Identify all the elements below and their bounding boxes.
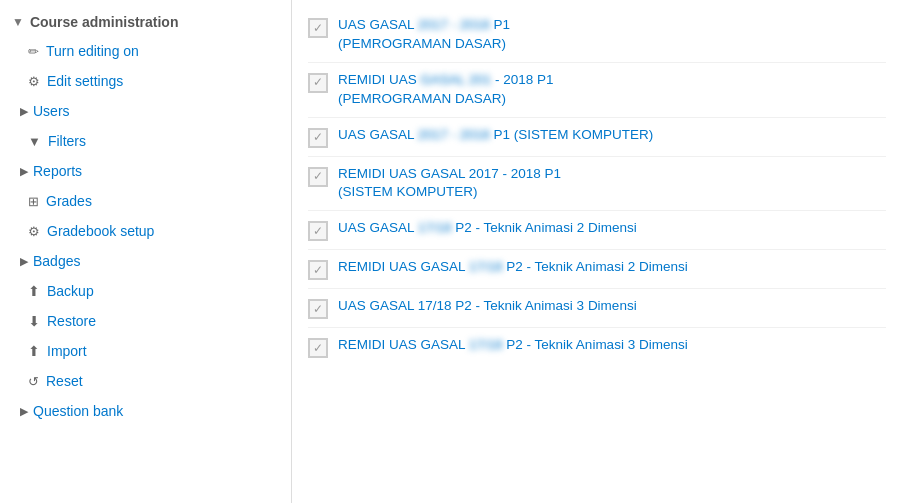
pencil-icon: ✏	[28, 44, 39, 59]
sidebar-item-label: Turn editing on	[46, 43, 139, 59]
item-text: UAS GASAL 17/18 P2 - Teknik Animasi 2 Di…	[338, 219, 886, 238]
list-item: REMIDI UAS GASAL 17/18 P2 - Teknik Anima…	[308, 250, 886, 289]
item-text: REMIDI UAS GASAL 17/18 P2 - Teknik Anima…	[338, 258, 886, 277]
checkbox-icon	[308, 128, 328, 148]
list-item: UAS GASAL 17/18 P2 - Teknik Animasi 3 Di…	[308, 289, 886, 328]
main-content: UAS GASAL 2017 - 2018 P1(PEMROGRAMAN DAS…	[292, 0, 902, 503]
sidebar-item-label: Backup	[47, 283, 94, 299]
sidebar-item-turn-editing[interactable]: ✏ Turn editing on	[0, 36, 291, 66]
sidebar-item-label: Gradebook setup	[47, 223, 154, 239]
gear-icon: ⚙	[28, 224, 40, 239]
sidebar-item-badges[interactable]: ▶ Badges	[0, 246, 291, 276]
checkbox-icon	[308, 167, 328, 187]
sidebar-item-reset[interactable]: ↺ Reset	[0, 366, 291, 396]
section-title: Course administration	[30, 14, 179, 30]
sidebar: ▼ Course administration ✏ Turn editing o…	[0, 0, 292, 503]
list-item: REMIDI UAS GASAL 17/18 P2 - Teknik Anima…	[308, 328, 886, 366]
sidebar-item-label: Reports	[33, 163, 82, 179]
item-label[interactable]: UAS GASAL 2017 - 2018 P1(PEMROGRAMAN DAS…	[338, 17, 510, 51]
item-label[interactable]: REMIDI UAS GASAL 201 - 2018 P1(PEMROGRAM…	[338, 72, 554, 106]
list-item: UAS GASAL 17/18 P2 - Teknik Animasi 2 Di…	[308, 211, 886, 250]
restore-icon: ⬆	[28, 313, 40, 329]
sidebar-item-label: Grades	[46, 193, 92, 209]
import-icon: ⬆	[28, 343, 40, 359]
sidebar-item-label: Import	[47, 343, 87, 359]
sidebar-item-edit-settings[interactable]: ⚙ Edit settings	[0, 66, 291, 96]
item-text: UAS GASAL 2017 - 2018 P1(PEMROGRAMAN DAS…	[338, 16, 886, 54]
sidebar-item-label: Restore	[47, 313, 96, 329]
backup-icon: ⬆	[28, 283, 40, 299]
item-label[interactable]: UAS GASAL 17/18 P2 - Teknik Animasi 2 Di…	[338, 220, 637, 235]
sidebar-item-label: Filters	[48, 133, 86, 149]
sidebar-item-label: Edit settings	[47, 73, 123, 89]
checkbox-icon	[308, 221, 328, 241]
item-label[interactable]: REMIDI UAS GASAL 2017 - 2018 P1(SISTEM K…	[338, 166, 561, 200]
checkbox-icon	[308, 18, 328, 38]
reset-icon: ↺	[28, 374, 39, 389]
sidebar-item-reports[interactable]: ▶ Reports	[0, 156, 291, 186]
sidebar-item-label: Badges	[33, 253, 80, 269]
item-text: UAS GASAL 17/18 P2 - Teknik Animasi 3 Di…	[338, 297, 886, 316]
sidebar-item-label: Reset	[46, 373, 83, 389]
list-item: UAS GASAL 2017 - 2018 P1(PEMROGRAMAN DAS…	[308, 8, 886, 63]
sidebar-item-question-bank[interactable]: ▶ Question bank	[0, 396, 291, 426]
list-item: REMIDI UAS GASAL 2017 - 2018 P1(SISTEM K…	[308, 157, 886, 212]
sidebar-item-gradebook-setup[interactable]: ⚙ Gradebook setup	[0, 216, 291, 246]
item-text: REMIDI UAS GASAL 2017 - 2018 P1(SISTEM K…	[338, 165, 886, 203]
sidebar-item-restore[interactable]: ⬆ Restore	[0, 306, 291, 336]
item-text: UAS GASAL 2017 - 2018 P1 (SISTEM KOMPUTE…	[338, 126, 886, 145]
filter-icon: ▼	[28, 134, 41, 149]
sidebar-item-backup[interactable]: ⬆ Backup	[0, 276, 291, 306]
chevron-right-icon: ▶	[20, 165, 28, 178]
sidebar-item-filters[interactable]: ▼ Filters	[0, 126, 291, 156]
checkbox-icon	[308, 299, 328, 319]
checkbox-icon	[308, 73, 328, 93]
sidebar-section-header: ▼ Course administration	[0, 8, 291, 36]
item-label[interactable]: REMIDI UAS GASAL 17/18 P2 - Teknik Anima…	[338, 259, 688, 274]
collapse-icon: ▼	[12, 15, 24, 29]
item-text: REMIDI UAS GASAL 17/18 P2 - Teknik Anima…	[338, 336, 886, 355]
sidebar-item-import[interactable]: ⬆ Import	[0, 336, 291, 366]
sidebar-item-label: Question bank	[33, 403, 123, 419]
chevron-right-icon: ▶	[20, 105, 28, 118]
item-label[interactable]: REMIDI UAS GASAL 17/18 P2 - Teknik Anima…	[338, 337, 688, 352]
checkbox-icon	[308, 260, 328, 280]
sidebar-item-grades[interactable]: ⊞ Grades	[0, 186, 291, 216]
item-label[interactable]: UAS GASAL 2017 - 2018 P1 (SISTEM KOMPUTE…	[338, 127, 653, 142]
grades-icon: ⊞	[28, 194, 39, 209]
gear-icon: ⚙	[28, 74, 40, 89]
checkbox-icon	[308, 338, 328, 358]
item-text: REMIDI UAS GASAL 201 - 2018 P1(PEMROGRAM…	[338, 71, 886, 109]
item-label[interactable]: UAS GASAL 17/18 P2 - Teknik Animasi 3 Di…	[338, 298, 637, 313]
list-item: UAS GASAL 2017 - 2018 P1 (SISTEM KOMPUTE…	[308, 118, 886, 157]
chevron-right-icon: ▶	[20, 405, 28, 418]
chevron-right-icon: ▶	[20, 255, 28, 268]
sidebar-item-users[interactable]: ▶ Users	[0, 96, 291, 126]
list-item: REMIDI UAS GASAL 201 - 2018 P1(PEMROGRAM…	[308, 63, 886, 118]
sidebar-item-label: Users	[33, 103, 70, 119]
